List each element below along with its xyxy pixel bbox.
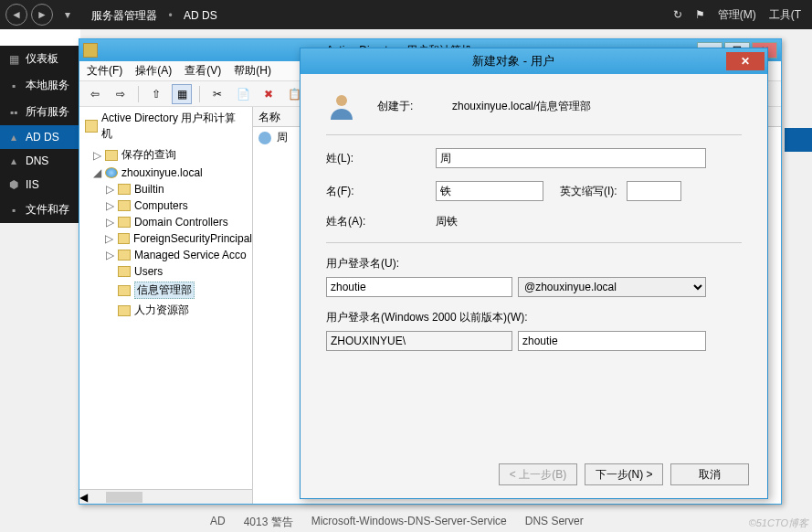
folder-icon — [105, 150, 118, 161]
menu-help[interactable]: 帮助(H) — [234, 63, 271, 79]
created-in-value: zhouxinyue.local/信息管理部 — [452, 99, 591, 114]
tree-hr-ou[interactable]: 人力资源部 — [105, 301, 252, 320]
folder-icon — [118, 233, 130, 244]
toolbar-delete-icon[interactable]: ✖ — [258, 84, 279, 104]
nav-dropdown-button[interactable]: ▾ — [57, 4, 79, 26]
dialog-titlebar[interactable]: 新建对象 - 用户 ✕ — [301, 48, 767, 74]
sidebar-item-all[interactable]: ▪▪所有服务 — [0, 99, 80, 125]
samaccount-input[interactable] — [518, 331, 706, 351]
next-button[interactable]: 下一步(N) > — [585, 463, 663, 485]
watermark: ©51CTO博客 — [749, 516, 808, 530]
menu-manage[interactable]: 管理(M) — [718, 7, 756, 23]
initials-input[interactable] — [627, 181, 681, 201]
dashboard-icon: ▦ — [7, 53, 20, 66]
dialog-close-button[interactable]: ✕ — [726, 52, 765, 70]
iis-icon: ⬢ — [7, 178, 20, 191]
breadcrumb: 服务器管理器 • AD DS — [91, 6, 673, 24]
aduc-app-icon — [83, 43, 98, 58]
tree-root[interactable]: Active Directory 用户和计算机 — [79, 107, 252, 145]
tree-domain[interactable]: ◢zhouxinyue.local — [92, 165, 252, 181]
cancel-button[interactable]: 取消 — [670, 463, 749, 485]
given-input[interactable] — [436, 181, 543, 201]
sidebar-item-file[interactable]: ▪文件和存 — [0, 197, 80, 223]
toolbar-cut-icon[interactable]: ✂ — [207, 84, 227, 104]
tree-users[interactable]: Users — [105, 263, 252, 280]
sidebar-item-dashboard[interactable]: ▦仪表板 — [0, 46, 80, 72]
local-server-icon: ▪ — [7, 80, 20, 92]
menu-view[interactable]: 查看(V) — [185, 63, 221, 79]
refresh-icon[interactable]: ↻ — [673, 8, 682, 21]
tree-info-mgmt-ou[interactable]: 信息管理部 — [105, 280, 252, 301]
fullname-value: 周铁 — [436, 214, 742, 229]
initials-label: 英文缩写(I): — [560, 184, 617, 199]
nav-back-button[interactable]: ◄ — [5, 4, 27, 26]
right-blue-strip — [785, 128, 812, 152]
adds-icon: ▴ — [7, 131, 20, 144]
breadcrumb-section: AD DS — [184, 9, 217, 22]
surname-label: 姓(L): — [326, 151, 436, 166]
new-user-dialog: 新建对象 - 用户 ✕ 创建于: zhouxinyue.local/信息管理部 … — [300, 48, 768, 499]
folder-icon — [118, 250, 131, 261]
all-servers-icon: ▪▪ — [7, 106, 20, 119]
divider — [326, 242, 742, 243]
tree-pane: Active Directory 用户和计算机 ▷保存的查询 ◢zhouxiny… — [79, 107, 253, 504]
menu-action[interactable]: 操作(A) — [135, 63, 172, 79]
tree-computers[interactable]: ▷Computers — [105, 197, 252, 214]
dialog-title: 新建对象 - 用户 — [301, 53, 726, 69]
toolbar-show-hide-icon[interactable]: ▦ — [172, 84, 192, 104]
domain-suffix-select[interactable]: @zhouxinyue.local — [518, 277, 706, 297]
svg-point-0 — [336, 95, 347, 106]
netbios-input — [326, 331, 512, 351]
back-button: < 上一步(B) — [499, 463, 577, 485]
fullname-label: 姓名(A): — [326, 214, 436, 229]
logon-input[interactable] — [326, 277, 512, 297]
folder-icon — [118, 184, 131, 195]
created-in-label: 创建于: — [377, 99, 432, 114]
tree-msa[interactable]: ▷Managed Service Acco — [105, 247, 252, 263]
file-storage-icon: ▪ — [7, 204, 20, 217]
breadcrumb-separator: • — [168, 9, 172, 22]
tree-hscroll[interactable]: ◀ — [79, 489, 252, 504]
flag-icon[interactable]: ⚑ — [695, 8, 705, 21]
sidebar-item-dns[interactable]: ▴DNS — [0, 149, 80, 173]
sidebar-item-adds[interactable]: ▴AD DS — [0, 125, 80, 149]
breadcrumb-app: 服务器管理器 — [91, 9, 157, 22]
tree-saved-queries[interactable]: ▷保存的查询 — [92, 145, 252, 165]
dns-icon: ▴ — [7, 154, 20, 167]
folder-icon — [118, 266, 131, 277]
user-large-icon — [326, 90, 357, 122]
event-row: AD 4013 警告 Microsoft‑Windows‑DNS‑Server‑… — [210, 515, 584, 530]
toolbar-up-icon[interactable]: ⇧ — [146, 84, 166, 104]
toolbar-copy-icon[interactable]: 📄 — [233, 84, 253, 104]
sidebar-item-local[interactable]: ▪本地服务 — [0, 72, 80, 99]
nav-forward-button[interactable]: ► — [31, 4, 53, 26]
toolbar-forward-icon[interactable]: ⇨ — [111, 84, 131, 104]
ou-icon — [118, 285, 131, 296]
menu-tools[interactable]: 工具(T — [769, 7, 801, 23]
logon-pre-label: 用户登录名(Windows 2000 以前版本)(W): — [326, 310, 528, 325]
folder-icon — [118, 217, 131, 228]
tree-builtin[interactable]: ▷Builtin — [105, 181, 252, 197]
sidebar: ▦仪表板 ▪本地服务 ▪▪所有服务 ▴AD DS ▴DNS ⬢IIS ▪文件和存 — [0, 46, 80, 223]
tree-root-icon — [85, 120, 98, 133]
surname-input[interactable] — [436, 148, 706, 168]
tree-fsp[interactable]: ▷ForeignSecurityPrincipal — [105, 230, 252, 247]
user-icon — [258, 132, 271, 144]
menu-file[interactable]: 文件(F) — [87, 63, 122, 79]
tree-dc[interactable]: ▷Domain Controllers — [105, 214, 252, 230]
toolbar-back-icon[interactable]: ⇦ — [85, 84, 105, 104]
given-label: 名(F): — [326, 184, 436, 199]
folder-icon — [118, 200, 131, 211]
logon-label: 用户登录名(U): — [326, 256, 399, 271]
server-manager-topbar: ◄ ► ▾ 服务器管理器 • AD DS ↻ ⚑ 管理(M) 工具(T — [0, 0, 812, 29]
dialog-header: 创建于: zhouxinyue.local/信息管理部 — [326, 90, 742, 135]
sidebar-item-iis[interactable]: ⬢IIS — [0, 173, 80, 197]
globe-icon — [105, 167, 118, 178]
ou-icon — [118, 305, 131, 316]
sidebar-top-strip — [0, 29, 80, 46]
